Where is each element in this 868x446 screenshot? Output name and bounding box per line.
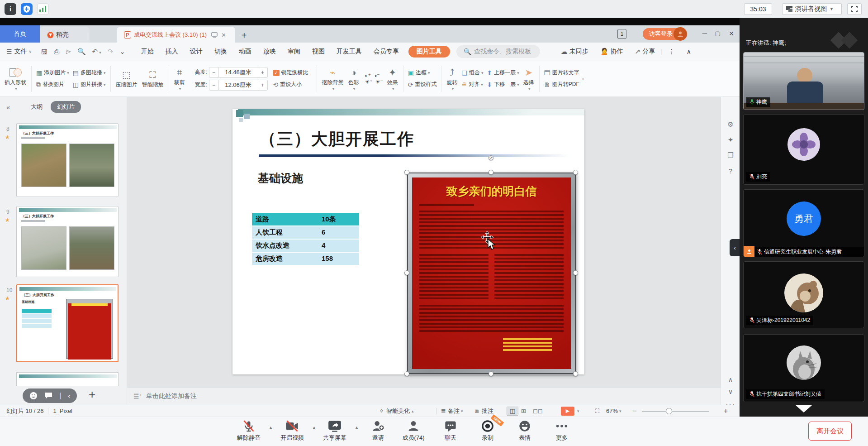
menu-animation[interactable]: 动画	[239, 48, 251, 56]
tab-outline[interactable]: 大纲	[31, 103, 43, 111]
play-options-arrow[interactable]: ▾	[577, 409, 579, 413]
participant-tile-speaker[interactable]: 神鹰	[743, 52, 864, 110]
add-picture-button[interactable]: ▦添加图片	[36, 67, 69, 79]
contrast-down-icon[interactable]: ◑⁻	[374, 72, 380, 79]
border-button[interactable]: ▣边框	[408, 67, 437, 79]
save-icon[interactable]: 🖫	[41, 48, 47, 56]
slide-thumbnail-9[interactable]: （三）大胆开展工作	[16, 206, 119, 277]
selection-handle[interactable]	[489, 371, 493, 376]
chat-button[interactable]: 聊天	[433, 420, 468, 442]
menu-start[interactable]: 开始	[141, 48, 154, 56]
help-icon[interactable]: ?	[721, 163, 740, 178]
notes-bar[interactable]: ☰⁺ 单击此处添加备注	[127, 387, 721, 405]
width-value-field[interactable]: 12.06厘米	[219, 80, 258, 91]
menu-review[interactable]: 审阅	[288, 48, 300, 56]
play-slideshow-button[interactable]: ▶	[561, 407, 574, 416]
share-screen-button[interactable]: 共享屏幕	[318, 420, 352, 442]
unmute-options-arrow[interactable]: ▲	[269, 425, 273, 430]
height-stepper[interactable]: 高度: − 14.46厘米 +	[191, 67, 268, 78]
view-mode-select[interactable]: 演讲者视图 ▼	[782, 3, 842, 15]
pic-to-text-button[interactable]: 🗔图片转文字	[544, 67, 579, 79]
leave-meeting-button[interactable]: 离开会议	[808, 422, 852, 441]
collapse-participants-icon[interactable]	[796, 405, 812, 412]
pic-to-pdf-button[interactable]: 🗎图片转PDF	[544, 79, 579, 91]
bring-forward-button[interactable]: ⬆上移一层	[487, 67, 519, 79]
menu-transition[interactable]: 切换	[214, 48, 227, 56]
print-preview-icon[interactable]: ⌲	[66, 48, 71, 56]
page-count-badge[interactable]: 1	[617, 29, 626, 39]
layers-panel-icon[interactable]: ❐	[721, 148, 740, 163]
slide-thumbnail-8[interactable]: （三）大胆开展工作	[16, 123, 119, 197]
invite-button[interactable]: 邀请	[361, 420, 395, 442]
zoom-level[interactable]: 67%▾	[606, 408, 621, 414]
window-maximize-icon[interactable]: ▢	[715, 30, 721, 37]
guest-login-button[interactable]: 访客登录	[643, 28, 686, 40]
video-options-arrow[interactable]: ▲	[312, 425, 316, 430]
fit-slide-icon[interactable]: ⛶	[595, 408, 599, 415]
poster-image[interactable]: 致乡亲们的明白信	[407, 173, 576, 374]
participant-tile[interactable]: 刘亮	[743, 114, 864, 185]
slide-thumbnail-10-selected[interactable]: （三）大胆开展工作 基础设施	[16, 284, 119, 362]
width-plus-button[interactable]: +	[258, 80, 268, 91]
color-button[interactable]: ◑色彩	[348, 66, 359, 91]
menu-view[interactable]: 视图	[312, 48, 325, 56]
selection-handle[interactable]	[573, 170, 578, 175]
selection-handle[interactable]	[573, 371, 578, 376]
normal-view-icon[interactable]: ◫	[507, 407, 518, 416]
more-commands-icon[interactable]: ⌄	[119, 48, 125, 56]
signal-bars-icon[interactable]	[37, 3, 49, 15]
align-button[interactable]: ≞对齐	[461, 79, 483, 91]
zoom-slider-track[interactable]	[642, 411, 709, 412]
height-plus-button[interactable]: +	[258, 67, 268, 78]
tab-slides[interactable]: 幻灯片	[51, 101, 81, 113]
zoom-out-button[interactable]: −	[632, 407, 636, 415]
reset-size-button[interactable]: ⟲重设大小	[273, 79, 308, 91]
remove-background-button[interactable]: ⌁抠除背景	[322, 66, 344, 91]
menu-slideshow[interactable]: 放映	[263, 48, 276, 56]
share-button[interactable]: ↗分享	[635, 48, 655, 56]
selection-handle[interactable]	[573, 270, 578, 275]
brightness-down-icon[interactable]: ☀⁻	[375, 79, 383, 85]
insert-shape-button[interactable]: 插入形状	[5, 66, 26, 91]
fullscreen-icon[interactable]	[847, 3, 862, 15]
members-button[interactable]: 成员(74)	[396, 420, 431, 442]
comments-button[interactable]: 🗈批注	[474, 407, 493, 415]
lock-aspect-checkbox[interactable]: ✓锁定纵横比	[273, 67, 308, 79]
selection-handle[interactable]	[404, 270, 409, 275]
beautify-button[interactable]: ✧ 智能美化▴	[379, 407, 413, 415]
menu-design[interactable]: 设计	[190, 48, 203, 56]
sync-status[interactable]: ☁未同步	[561, 48, 588, 56]
compress-picture-button[interactable]: ⬚压缩图片	[116, 68, 138, 89]
selection-handle[interactable]	[404, 371, 409, 376]
emoji-button[interactable]: 表情	[508, 420, 542, 442]
expand-panel-tab[interactable]: ‹	[730, 239, 740, 256]
emoji-tool-icon[interactable]	[29, 392, 38, 400]
effects-panel-icon[interactable]: ✦	[721, 132, 740, 148]
selection-handle[interactable]	[489, 170, 493, 175]
close-tab-icon[interactable]: ✕	[221, 32, 226, 38]
slide-sorter-view-icon[interactable]: ⊞	[521, 408, 526, 414]
collapse-pill-icon[interactable]: ‹	[68, 393, 70, 399]
window-minimize-icon[interactable]: ─	[702, 30, 707, 37]
info-icon[interactable]: i	[5, 3, 16, 15]
collapse-panel-icon[interactable]: «	[6, 103, 10, 111]
share-options-arrow[interactable]: ▲	[355, 425, 359, 430]
collapse-ribbon-icon[interactable]: ∧	[687, 48, 691, 55]
collaborate-button[interactable]: 🙎协作	[600, 48, 623, 56]
participant-tile[interactable]: 吴泽标-201922011042	[743, 261, 864, 328]
shield-icon[interactable]	[21, 3, 33, 15]
search-input[interactable]: 🔍 查找命令、搜索模板	[456, 45, 540, 58]
selection-handle[interactable]	[404, 170, 409, 175]
tab-document[interactable]: P 成电交流线上会议 (3.10) (1) ✕	[117, 27, 235, 43]
rotation-handle[interactable]: ⟳	[489, 155, 493, 160]
ribbon-scroll-right-icon[interactable]: ›	[582, 76, 584, 82]
more-menu-icon[interactable]: ⋮	[669, 48, 675, 55]
brightness-up-icon[interactable]: ☀⁺	[365, 79, 373, 85]
reset-style-button[interactable]: ⟳重设样式	[408, 79, 437, 91]
undo-icon[interactable]: ↶	[92, 48, 101, 56]
add-slide-button[interactable]: +	[89, 388, 95, 402]
record-button[interactable]: 录制 NEW	[470, 420, 505, 442]
group-button[interactable]: ❏组合	[461, 67, 483, 79]
replace-picture-button[interactable]: ⧉替换图片	[36, 79, 69, 91]
file-menu[interactable]: ☰文件∨	[6, 48, 32, 56]
